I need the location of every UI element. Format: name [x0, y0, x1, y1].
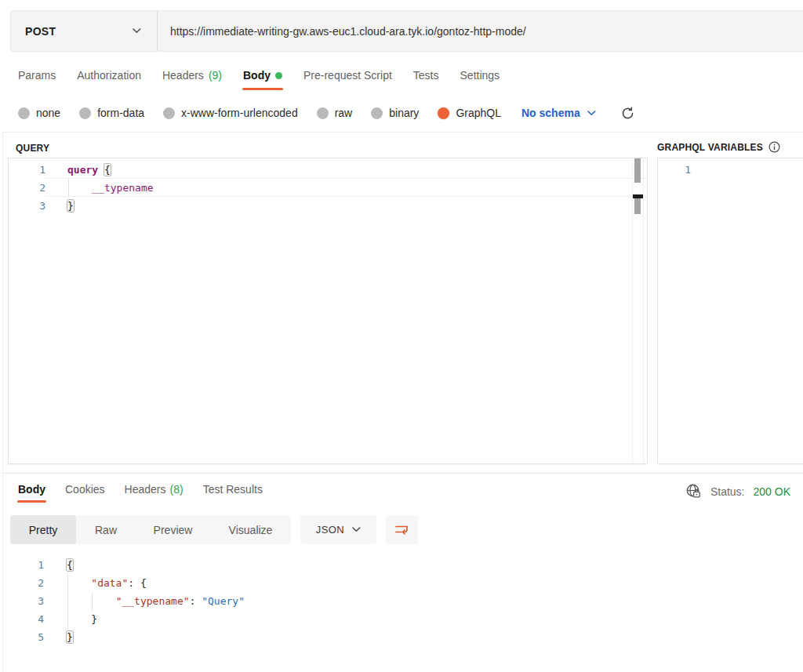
view-mode-raw[interactable]: Raw	[76, 515, 136, 544]
radio-label: raw	[335, 107, 353, 119]
schema-dropdown[interactable]: No schema	[521, 107, 596, 119]
chevron-down-icon	[352, 527, 361, 532]
radio-selected-icon	[438, 107, 449, 119]
url-input[interactable]: https://immediate-writing-gw.aws-euc1.cl…	[158, 25, 526, 38]
radio-label: GraphQL	[456, 107, 501, 119]
method-dropdown[interactable]: POST	[11, 25, 157, 38]
network-globe-lock-icon	[685, 483, 702, 499]
tab-label: Pre-request Script	[303, 69, 392, 82]
tab-label: Headers	[162, 69, 204, 82]
info-icon[interactable]	[768, 141, 780, 153]
indent-guide	[68, 179, 69, 197]
chevron-down-icon	[133, 28, 141, 34]
code-line: 1 {	[0, 556, 245, 574]
response-format-dropdown[interactable]: JSON	[300, 515, 376, 544]
tab-label: Params	[18, 69, 56, 82]
scrollbar-thumb[interactable]	[634, 198, 641, 214]
headers-count-badge: (9)	[209, 69, 222, 82]
schema-status-label: No schema	[521, 107, 580, 119]
request-tabs: Params Authorization Headers (9) Body Pr…	[18, 69, 500, 90]
bodytype-binary[interactable]: binary	[371, 107, 419, 119]
request-url-bar: POST https://immediate-writing-gw.aws-eu…	[10, 10, 803, 52]
response-divider	[2, 473, 803, 474]
body-type-row: none form-data x-www-form-urlencoded raw…	[18, 103, 634, 123]
line-number: 2	[0, 574, 44, 592]
tab-params[interactable]: Params	[18, 69, 56, 90]
line-number: 1	[9, 161, 45, 179]
radio-icon	[18, 107, 30, 119]
variables-code: 1	[658, 158, 803, 179]
indent-guide	[92, 592, 93, 610]
query-section-label: QUERY	[16, 143, 49, 154]
radio-label: binary	[389, 107, 419, 119]
bodytype-none[interactable]: none	[18, 107, 60, 119]
method-label: POST	[25, 25, 56, 38]
wrap-lines-button[interactable]	[386, 515, 418, 544]
body-modified-dot	[275, 72, 282, 79]
radio-icon	[163, 107, 175, 119]
bodytype-form-data[interactable]: form-data	[79, 107, 144, 119]
tab-label: Body	[18, 483, 45, 496]
tab-label: Body	[243, 69, 271, 82]
line-number: 5	[0, 628, 44, 646]
response-headers-count-badge: (8)	[170, 483, 183, 496]
line-number: 4	[0, 610, 44, 628]
refresh-icon	[621, 107, 634, 120]
refresh-schema-button[interactable]	[621, 107, 634, 120]
line-number: 3	[9, 197, 45, 215]
postman-request-view: POST https://immediate-writing-gw.aws-eu…	[0, 0, 803, 672]
response-tab-cookies[interactable]: Cookies	[65, 483, 105, 503]
response-tab-test-results[interactable]: Test Results	[203, 483, 263, 503]
view-mode-preview[interactable]: Preview	[136, 515, 210, 544]
bodytype-raw[interactable]: raw	[317, 107, 353, 119]
radio-icon	[317, 107, 329, 119]
status-label: Status:	[710, 485, 745, 498]
radio-label: none	[36, 107, 60, 119]
tab-settings[interactable]: Settings	[460, 69, 500, 90]
tab-label: Headers	[125, 483, 166, 496]
tab-body[interactable]: Body	[243, 69, 282, 90]
variables-section-header: GRAPHQL VARIABLES	[657, 141, 780, 153]
code-line: 3 "__typename": "Query"	[0, 592, 245, 610]
code-line: 3 }	[9, 197, 647, 215]
response-tabs: Body Cookies Headers (8) Test Results	[18, 483, 263, 503]
query-code: 1 query { 2 __typename 3 }	[9, 158, 647, 215]
tab-pre-request-script[interactable]: Pre-request Script	[303, 69, 392, 90]
radio-icon	[79, 107, 91, 119]
code-line: 2 __typename	[9, 179, 647, 197]
format-label: JSON	[316, 524, 344, 536]
graphql-query-editor[interactable]: 1 query { 2 __typename 3 }	[8, 158, 648, 464]
radio-label: form-data	[97, 107, 144, 119]
line-number: 1	[0, 556, 44, 574]
response-tab-body[interactable]: Body	[18, 483, 45, 503]
code-line: 1	[658, 161, 803, 179]
tab-label: Tests	[413, 69, 439, 82]
tab-headers[interactable]: Headers (9)	[162, 69, 222, 90]
tab-label: Cookies	[65, 483, 105, 496]
section-divider	[2, 132, 803, 133]
view-mode-pretty[interactable]: Pretty	[10, 515, 76, 544]
editor-scrollbar[interactable]	[632, 158, 644, 463]
tab-authorization[interactable]: Authorization	[77, 69, 141, 90]
line-number: 3	[0, 592, 44, 610]
response-body-viewer[interactable]: 1 { 2 "data": { 3 "__typename": "Query" …	[0, 556, 245, 646]
code-line: 4 }	[0, 610, 245, 628]
response-status-area: Status: 200 OK	[685, 483, 790, 499]
code-line: 2 "data": {	[0, 574, 245, 592]
bodytype-x-www-form-urlencoded[interactable]: x-www-form-urlencoded	[163, 107, 298, 119]
response-code: 1 { 2 "data": { 3 "__typename": "Query" …	[0, 556, 245, 646]
wrap-lines-icon	[394, 524, 409, 536]
status-value: 200 OK	[754, 485, 790, 498]
tab-tests[interactable]: Tests	[413, 69, 439, 90]
response-tab-headers[interactable]: Headers (8)	[125, 483, 183, 503]
tab-label: Authorization	[77, 69, 141, 82]
graphql-variables-editor[interactable]: 1	[657, 158, 803, 464]
scrollbar-thumb[interactable]	[634, 158, 641, 183]
bodytype-graphql[interactable]: GraphQL	[438, 107, 501, 119]
view-mode-visualize[interactable]: Visualize	[210, 515, 291, 544]
radio-icon	[371, 107, 383, 119]
code-line: 1 query {	[9, 161, 647, 179]
response-view-controls: Pretty Raw Preview Visualize JSON	[10, 515, 418, 544]
radio-label: x-www-form-urlencoded	[181, 107, 298, 119]
variables-section-label: GRAPHQL VARIABLES	[657, 142, 763, 153]
